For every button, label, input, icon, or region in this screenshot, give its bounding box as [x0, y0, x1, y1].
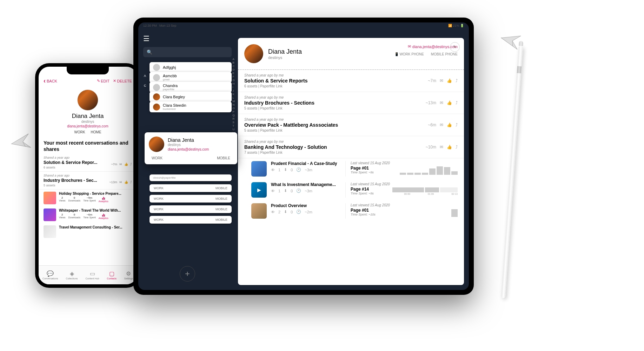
share-item[interactable]: Shared a year ago by me Banking And Tech… [238, 136, 464, 158]
eye-icon: 👁 [271, 210, 275, 214]
tablet-device: 12:30 PM Mon 13 Sep 📶 21% 🔋 ☰ 🔍 Adfgghj … [133, 18, 474, 295]
tab-contacts[interactable]: ▢Contacts [107, 270, 117, 280]
share-icon[interactable]: ⤴ [456, 100, 458, 105]
profile-email[interactable]: diana.jenta@destinys.com [44, 124, 132, 128]
eye-icon: 👁 [271, 168, 275, 172]
contact-card[interactable]: CChandrapaperflite [150, 82, 232, 93]
asset-thumbnail [44, 225, 56, 238]
mobile-phone-label: MOBILE PHONE [431, 52, 458, 56]
clock-icon: 🕐 [296, 188, 301, 193]
thumbs-icon: 👍 [124, 180, 128, 184]
contact-name: Diana Jenta [268, 48, 302, 55]
contact-card[interactable]: Clara Begley [150, 92, 232, 102]
tab-work[interactable]: WORK [74, 130, 85, 134]
avatar [244, 44, 263, 63]
profile-name: Diana Jenta [44, 113, 132, 120]
asset-item[interactable]: Holiday Shopping - Service Prepare... 2V… [39, 190, 137, 206]
avatar [149, 137, 164, 152]
work-phone-label: 📱 WORK PHONE [394, 52, 424, 56]
avatar [77, 90, 98, 111]
share-icon[interactable]: ⤴ [456, 78, 458, 83]
asset-thumbnail [251, 203, 267, 219]
phone-notch [67, 67, 109, 74]
mail-icon[interactable]: ✉ [440, 145, 443, 150]
mail-icon: ✉ [408, 44, 411, 49]
mail-icon[interactable]: ✉ [440, 100, 443, 105]
contact-card[interactable]: AAsmcbbgmail [150, 72, 232, 83]
phone-device: BACK ✎ EDIT ✕ DELETE Diana Jenta destiny… [35, 63, 140, 288]
share-item[interactable]: Shared a year ago Solution & Service Rep… [39, 154, 137, 172]
thumbs-icon[interactable]: 👍 [447, 145, 452, 150]
tab-collections[interactable]: ◈Collections [66, 270, 78, 280]
asset-item[interactable]: Travel Management Consulting - Ser... [39, 223, 137, 240]
mail-icon: ✉ [119, 163, 122, 166]
asset-item[interactable]: ▶ What Is Investment Manageme... 👁1⬇0🕐~3… [238, 179, 464, 200]
contact-card[interactable]: Clara Steedinbuckeneer [150, 101, 232, 112]
contact-card[interactable]: WORKMOBILE [150, 205, 232, 213]
tab-conversations[interactable]: 💬Conversations [42, 270, 58, 280]
contact-card[interactable]: WORKMOBILE [150, 216, 232, 224]
menu-icon[interactable]: ☰ [143, 34, 232, 43]
contact-company: destinys [268, 55, 302, 60]
contact-card[interactable]: WORKMOBILE [150, 195, 232, 203]
clock-icon: 🕐 [296, 167, 301, 172]
download-icon: ⬇ [284, 188, 287, 193]
share-item[interactable]: Shared a year ago by me Solution & Servi… [238, 70, 464, 92]
mail-icon[interactable]: ✉ [440, 122, 443, 127]
asset-item[interactable]: Whitepaper - Travel The World With... 2V… [39, 206, 137, 223]
paper-plane-decoration [9, 132, 33, 153]
profile-company: destinys [44, 120, 132, 124]
tab-content-hub[interactable]: ▭Content Hub [85, 270, 99, 280]
share-icon: ⤴ [130, 163, 132, 166]
mail-icon: ✉ [119, 180, 122, 184]
thumbs-icon[interactable]: 👍 [447, 100, 452, 105]
asset-item[interactable]: Prudent Financial - A Case-Study 👁1⬇0🕐~3… [238, 158, 464, 179]
contact-card[interactable]: dinesh@paperflite [150, 174, 232, 181]
asset-thumbnail [44, 192, 56, 204]
share-icon: ⤴ [130, 180, 132, 184]
asset-thumbnail [251, 161, 267, 177]
contact-card[interactable]: Adfgghj [150, 62, 232, 73]
contact-email[interactable]: ✉ diana.jenta@destinys.com [394, 44, 458, 49]
back-button[interactable]: BACK [44, 77, 57, 85]
contact-card[interactable]: WORKMOBILE [150, 184, 232, 192]
eye-icon: 👁 [271, 189, 275, 193]
add-button[interactable]: + [180, 266, 195, 282]
download-icon: ⬇ [284, 210, 287, 214]
share-item[interactable]: Shared a year ago by me Industry Brochur… [238, 92, 464, 114]
tabbar: 💬Conversations ◈Collections ▭Content Hub… [39, 265, 137, 284]
delete-button[interactable]: ✕ DELETE [113, 79, 132, 83]
stylus-decoration [501, 46, 523, 298]
share-icon[interactable]: ⤴ [456, 145, 458, 150]
thumbs-icon[interactable]: 👍 [447, 122, 452, 127]
clock-icon: 🕐 [296, 210, 301, 214]
edit-icon[interactable]: ✎ [450, 42, 460, 52]
asset-thumbnail: ▶ [251, 182, 267, 198]
asset-item[interactable]: Product Overview 👁2⬇0🕐~2m Last viewed 15… [238, 200, 464, 221]
mail-icon[interactable]: ✉ [440, 78, 443, 83]
share-item[interactable]: Shared a year ago by me Overview Pack - … [238, 114, 464, 136]
search-input[interactable]: 🔍 [143, 47, 232, 57]
asset-thumbnail [44, 208, 56, 221]
thumbs-icon: 👍 [124, 163, 128, 166]
section-title: Your most recent conversations and share… [39, 136, 137, 154]
analytics-icon[interactable]: Analytics [99, 196, 108, 203]
tab-settings[interactable]: ⚙Settings [124, 270, 133, 280]
analytics-icon[interactable]: Analytics [99, 213, 108, 219]
share-item[interactable]: Shared a year ago Industry Brochures - S… [39, 172, 137, 190]
edit-button[interactable]: ✎ EDIT [97, 79, 109, 83]
share-icon[interactable]: ⤴ [456, 122, 458, 127]
tab-home[interactable]: HOME [91, 130, 101, 134]
thumbs-icon[interactable]: 👍 [447, 78, 452, 83]
selected-contact-card[interactable]: Diana Jenta destinys diana.jenta@destiny… [145, 132, 237, 164]
download-icon: ⬇ [284, 167, 287, 172]
